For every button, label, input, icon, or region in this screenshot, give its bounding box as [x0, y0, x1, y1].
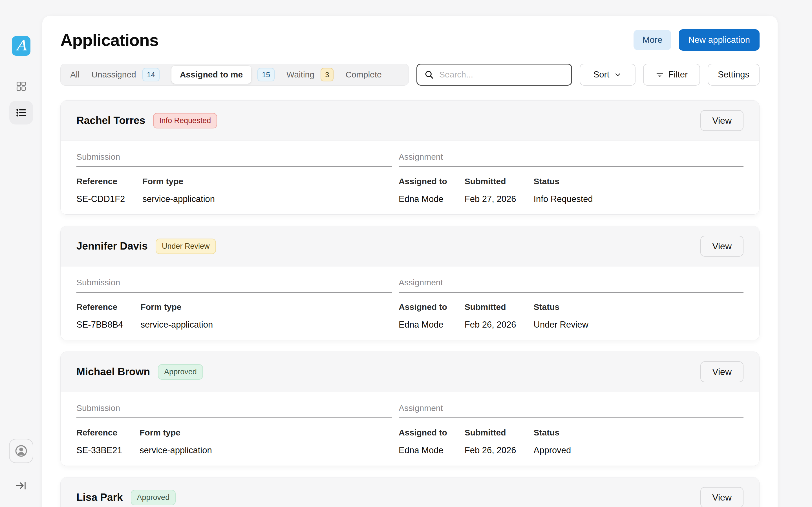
- status-tabs: All Unassigned 14 Assigned to me 15 Wait…: [60, 64, 409, 86]
- tab-assigned-to-me[interactable]: Assigned to me 15: [171, 66, 274, 83]
- page-header: Applications More New application: [60, 29, 760, 51]
- card-body: Submission Reference SE-33BE21 Form type…: [61, 392, 759, 466]
- search-input[interactable]: [439, 70, 564, 79]
- card-header: Lisa Park Approved View: [61, 477, 759, 507]
- applicant-name: Rachel Torres: [77, 115, 145, 126]
- applicant-name: Jennifer Davis: [77, 240, 148, 252]
- filter-lines-icon: [656, 70, 664, 79]
- group-title: Submission: [77, 152, 392, 167]
- field-submitted: Submitted Feb 26, 2026: [465, 302, 516, 330]
- field-status: Status Under Review: [534, 302, 589, 330]
- field-form-type: Form type service-application: [140, 428, 212, 455]
- sidebar: A: [0, 0, 42, 507]
- app-logo[interactable]: A: [12, 36, 31, 56]
- field-status: Status Info Requested: [534, 177, 593, 204]
- field-assigned-to: Assigned to Edna Mode: [399, 428, 447, 455]
- user-avatar-button[interactable]: [9, 439, 33, 463]
- collapse-sidebar-button[interactable]: [13, 477, 30, 494]
- logo-a-glyph: A: [16, 38, 27, 53]
- view-button[interactable]: View: [700, 361, 744, 382]
- tab-count-badge: 14: [142, 68, 160, 81]
- assignment-group: Assignment Assigned to Edna Mode Submitt…: [399, 278, 744, 330]
- submission-group: Submission Reference SE-7BB8B4 Form type…: [77, 278, 392, 330]
- group-title: Submission: [77, 278, 392, 293]
- sidebar-item-applications-list[interactable]: [9, 101, 33, 124]
- grid-icon: [15, 80, 27, 92]
- filter-label: Filter: [668, 69, 688, 80]
- application-card: Jennifer Davis Under Review View Submiss…: [60, 226, 760, 340]
- application-card-list: Rachel Torres Info Requested View Submis…: [60, 100, 760, 507]
- group-title: Assignment: [399, 152, 744, 167]
- tab-label: Unassigned: [91, 70, 136, 79]
- field-submitted: Submitted Feb 26, 2026: [465, 428, 516, 455]
- header-actions: More New application: [633, 29, 760, 51]
- applicant-name: Michael Brown: [77, 366, 150, 378]
- field-reference: Reference SE-7BB8B4: [77, 302, 123, 330]
- field-submitted: Submitted Feb 27, 2026: [465, 177, 516, 204]
- filter-button[interactable]: Filter: [643, 64, 700, 86]
- user-circle-icon: [14, 444, 29, 458]
- application-card: Rachel Torres Info Requested View Submis…: [60, 100, 760, 215]
- settings-button[interactable]: Settings: [708, 64, 760, 86]
- status-badge: Approved: [131, 490, 176, 505]
- card-header: Michael Brown Approved View: [61, 352, 759, 392]
- search-icon: [424, 69, 434, 80]
- status-badge: Info Requested: [153, 113, 217, 128]
- field-status: Status Approved: [534, 428, 571, 455]
- applicant-name: Lisa Park: [77, 492, 123, 503]
- tab-label: Waiting: [287, 70, 314, 79]
- field-reference: Reference SE-CDD1F2: [77, 177, 125, 204]
- view-button[interactable]: View: [700, 487, 744, 507]
- submission-group: Submission Reference SE-33BE21 Form type…: [77, 403, 392, 455]
- page-title: Applications: [60, 31, 158, 50]
- search-box[interactable]: [416, 64, 572, 86]
- view-button[interactable]: View: [700, 236, 744, 257]
- tab-unassigned[interactable]: Unassigned 14: [91, 68, 159, 81]
- assignment-group: Assignment Assigned to Edna Mode Submitt…: [399, 152, 744, 204]
- card-body: Submission Reference SE-7BB8B4 Form type…: [61, 267, 759, 340]
- tab-count-badge: 3: [320, 68, 334, 81]
- group-title: Assignment: [399, 403, 744, 418]
- application-card: Lisa Park Approved View Submission Assig…: [60, 477, 760, 507]
- group-title: Submission: [77, 403, 392, 418]
- card-header: Rachel Torres Info Requested View: [61, 101, 759, 141]
- tab-complete[interactable]: Complete: [345, 70, 382, 79]
- tab-label: Complete: [345, 70, 382, 79]
- assignment-group: Assignment Assigned to Edna Mode Submitt…: [399, 403, 744, 455]
- field-assigned-to: Assigned to Edna Mode: [399, 302, 447, 330]
- toolbar: All Unassigned 14 Assigned to me 15 Wait…: [60, 64, 760, 86]
- view-button[interactable]: View: [700, 110, 744, 131]
- tab-label: Assigned to me: [171, 66, 251, 83]
- card-header: Jennifer Davis Under Review View: [61, 226, 759, 267]
- settings-label: Settings: [718, 69, 749, 80]
- new-application-button[interactable]: New application: [679, 29, 760, 51]
- submission-group: Submission Reference SE-CDD1F2 Form type…: [77, 152, 392, 204]
- application-card: Michael Brown Approved View Submission R…: [60, 351, 760, 466]
- field-form-type: Form type service-application: [140, 302, 213, 330]
- field-reference: Reference SE-33BE21: [77, 428, 122, 455]
- status-badge: Under Review: [156, 238, 216, 254]
- status-badge: Approved: [158, 364, 203, 380]
- group-title: Assignment: [399, 278, 744, 293]
- tab-count-badge: 15: [257, 68, 274, 81]
- list-icon: [15, 107, 27, 118]
- tab-label: All: [70, 70, 80, 79]
- field-assigned-to: Assigned to Edna Mode: [399, 177, 447, 204]
- field-form-type: Form type service-application: [142, 177, 215, 204]
- sort-label: Sort: [594, 69, 610, 80]
- chevron-down-icon: [614, 71, 622, 78]
- card-body: Submission Reference SE-CDD1F2 Form type…: [61, 141, 759, 214]
- tab-waiting[interactable]: Waiting 3: [287, 68, 334, 81]
- tab-all[interactable]: All: [70, 70, 80, 79]
- main-panel: Applications More New application All Un…: [42, 16, 777, 507]
- collapse-arrow-icon: [15, 480, 27, 492]
- sort-button[interactable]: Sort: [580, 64, 636, 86]
- sidebar-item-dashboard[interactable]: [13, 78, 30, 95]
- more-button[interactable]: More: [633, 30, 672, 50]
